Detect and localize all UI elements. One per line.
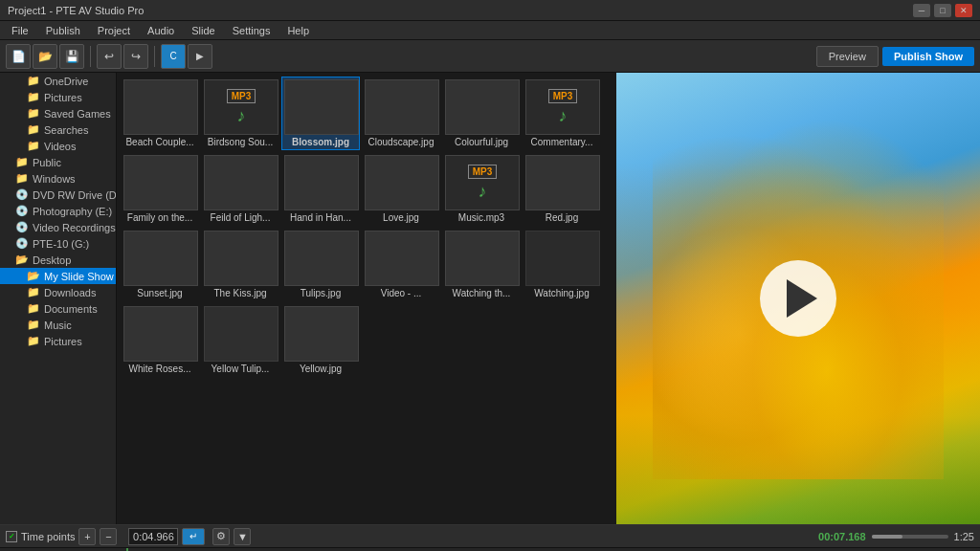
file-item[interactable]: The Kiss.jpg (201, 228, 279, 301)
current-time-display: 00:07.168 (818, 531, 866, 542)
titlebar: Project1 - PTE AV Studio Pro ─ □ ✕ (0, 0, 980, 21)
zoom-fill (872, 535, 902, 539)
file-item[interactable]: Sunset.jpg (121, 228, 199, 301)
apply-time-button[interactable]: ↵ (182, 528, 205, 545)
redo-button[interactable]: ↪ (123, 44, 148, 69)
file-item[interactable]: Beach Couple... (121, 77, 199, 150)
file-item[interactable]: White Roses... (121, 303, 199, 377)
fb-videorecordings[interactable]: 💿Video Recordings (F:) (0, 219, 116, 235)
open-button[interactable]: 📂 (33, 44, 57, 69)
color-button[interactable]: C (161, 44, 186, 69)
fb-pictures2[interactable]: 📁Pictures (0, 333, 116, 349)
zoom-slider[interactable] (872, 535, 948, 539)
fb-desktop[interactable]: 📂Desktop (0, 252, 116, 268)
menu-help[interactable]: Help (279, 23, 317, 38)
file-item[interactable]: Family on the... (121, 152, 199, 226)
end-time-display: 1:25 (954, 531, 974, 542)
menu-slide[interactable]: Slide (184, 23, 222, 38)
toolbar-separator-2 (154, 46, 155, 67)
menu-project[interactable]: Project (90, 23, 138, 38)
timepoints-checkbox[interactable]: ✓ (6, 531, 17, 542)
toolbar-separator-1 (90, 46, 91, 67)
add-timepoint-button[interactable]: + (78, 528, 96, 545)
file-item[interactable]: Cloudscape.jpg (362, 77, 440, 150)
save-button[interactable]: 💾 (59, 44, 84, 69)
time-input[interactable] (128, 528, 178, 545)
menu-publish[interactable]: Publish (38, 23, 88, 38)
toolbar: 📄 📂 💾 ↩ ↪ C ▶ Preview Publish Show (0, 40, 980, 73)
bottom-panel: ✓ Time points + − ↵ ⚙ ▼ 00:07.168 1:25 1… (0, 524, 980, 551)
fb-searches[interactable]: 📁Searches (0, 121, 116, 138)
file-grid: Beach Couple... MP3 ♪ Birdsong Sou... Bl… (117, 73, 616, 524)
toolbar-right: Preview Publish Show (816, 46, 974, 67)
fb-dvd[interactable]: 💿DVD RW Drive (D:) (0, 187, 116, 203)
file-item[interactable]: Colourful.jpg (442, 77, 521, 150)
menu-file[interactable]: File (4, 23, 36, 38)
fb-onedrive[interactable]: 📁OneDrive (0, 73, 116, 89)
extra-button[interactable]: ▶ (188, 44, 212, 69)
file-item[interactable]: Love.jpg (362, 152, 440, 226)
fb-myslideshow[interactable]: 📂My Slide Show (0, 268, 116, 284)
file-item[interactable]: Yellow Tulip... (201, 303, 279, 377)
new-button[interactable]: 📄 (6, 44, 31, 69)
preview-panel (616, 73, 980, 524)
fb-pictures1[interactable]: 📁Pictures (0, 89, 116, 105)
fb-photography[interactable]: 💿Photography (E:) (0, 203, 116, 219)
file-item-blossom[interactable]: Blossom.jpg (281, 77, 360, 150)
close-button[interactable]: ✕ (955, 4, 972, 17)
preview-overlay (616, 163, 980, 524)
file-item[interactable]: Watching.jpg (523, 228, 601, 301)
file-item[interactable]: Video - ... (362, 228, 440, 301)
settings-button[interactable]: ⚙ (212, 528, 230, 545)
menu-settings[interactable]: Settings (225, 23, 278, 38)
fb-videos[interactable]: 📁Videos (0, 138, 116, 154)
window-title: Project1 - PTE AV Studio Pro (8, 5, 144, 16)
window-controls: ─ □ ✕ (913, 4, 972, 17)
file-item[interactable]: Red.jpg (523, 152, 601, 226)
play-button[interactable] (760, 260, 836, 337)
fb-music[interactable]: 📁Music (0, 317, 116, 333)
file-item[interactable]: Feild of Ligh... (201, 152, 279, 226)
menubar: File Publish Project Audio Slide Setting… (0, 21, 980, 40)
main-content: 📁OneDrive 📁Pictures 📁Saved Games 📁Search… (0, 73, 980, 524)
file-item[interactable]: MP3 ♪ Music.mp3 (442, 152, 521, 226)
remove-timepoint-button[interactable]: − (100, 528, 117, 545)
play-icon (787, 279, 817, 318)
fb-pte10[interactable]: 💿PTE-10 (G:) (0, 235, 116, 252)
publish-button[interactable]: Publish Show (882, 47, 974, 66)
fb-windows[interactable]: 📁Windows (0, 170, 116, 187)
file-browser: 📁OneDrive 📁Pictures 📁Saved Games 📁Search… (0, 73, 117, 524)
fb-savedgames[interactable]: 📁Saved Games (0, 105, 116, 121)
fb-downloads[interactable]: 📁Downloads (0, 284, 116, 300)
maximize-button[interactable]: □ (934, 4, 951, 17)
fb-documents[interactable]: 📁Documents (0, 300, 116, 317)
timepoints-label: Time points (21, 531, 75, 542)
file-item[interactable]: MP3 ♪ Commentary... (523, 77, 601, 150)
timeline-controls: ✓ Time points + − ↵ ⚙ ▼ 00:07.168 1:25 (0, 525, 980, 548)
file-item[interactable]: Tulips.jpg (281, 228, 360, 301)
file-item[interactable]: MP3 ♪ Birdsong Sou... (201, 77, 279, 150)
file-item[interactable]: Yellow.jpg (281, 303, 360, 377)
file-item[interactable]: Watching th... (442, 228, 521, 301)
preview-button[interactable]: Preview (816, 46, 879, 67)
timeline-right-controls: 00:07.168 1:25 (818, 531, 974, 542)
undo-button[interactable]: ↩ (97, 44, 122, 69)
menu-audio[interactable]: Audio (140, 23, 182, 38)
filter-button[interactable]: ▼ (234, 528, 251, 545)
file-item[interactable]: Hand in Han... (281, 152, 360, 226)
fb-public[interactable]: 📁Public (0, 154, 116, 170)
minimize-button[interactable]: ─ (913, 4, 930, 17)
time-input-area: ↵ (128, 528, 205, 545)
